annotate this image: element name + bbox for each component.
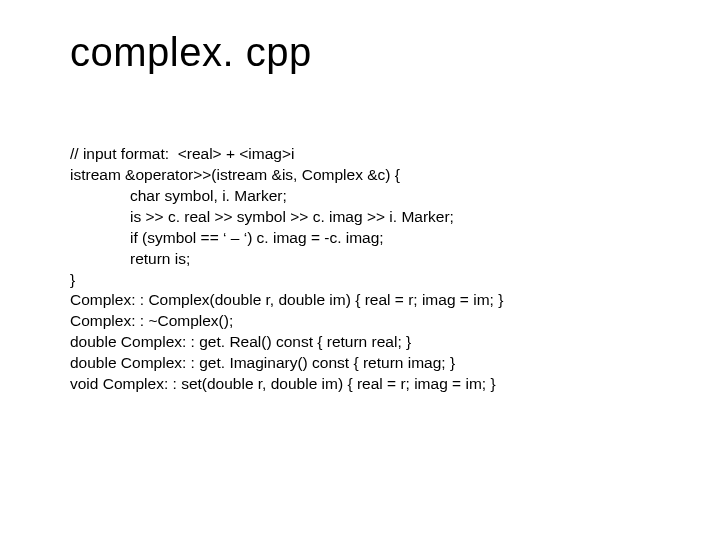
- code-line: char symbol, i. Marker;: [70, 186, 287, 207]
- code-line: double Complex: : get. Imaginary() const…: [70, 354, 455, 371]
- code-line: // input format: <real> + <imag>i: [70, 145, 294, 162]
- code-line: double Complex: : get. Real() const { re…: [70, 333, 411, 350]
- page-title: complex. cpp: [70, 30, 650, 74]
- code-line: istream &operator>>(istream &is, Complex…: [70, 166, 400, 183]
- code-line: Complex: : ~Complex();: [70, 312, 233, 329]
- code-line: is >> c. real >> symbol >> c. imag >> i.…: [70, 207, 454, 228]
- code-line: Complex: : Complex(double r, double im) …: [70, 291, 503, 308]
- code-line: void Complex: : set(double r, double im)…: [70, 375, 496, 392]
- code-line: return is;: [70, 249, 190, 270]
- slide: complex. cpp // input format: <real> + <…: [0, 0, 720, 540]
- code-line: }: [70, 271, 75, 288]
- code-block: // input format: <real> + <imag>i istrea…: [70, 144, 650, 395]
- code-line: if (symbol == ‘ – ‘) c. imag = -c. imag;: [70, 228, 384, 249]
